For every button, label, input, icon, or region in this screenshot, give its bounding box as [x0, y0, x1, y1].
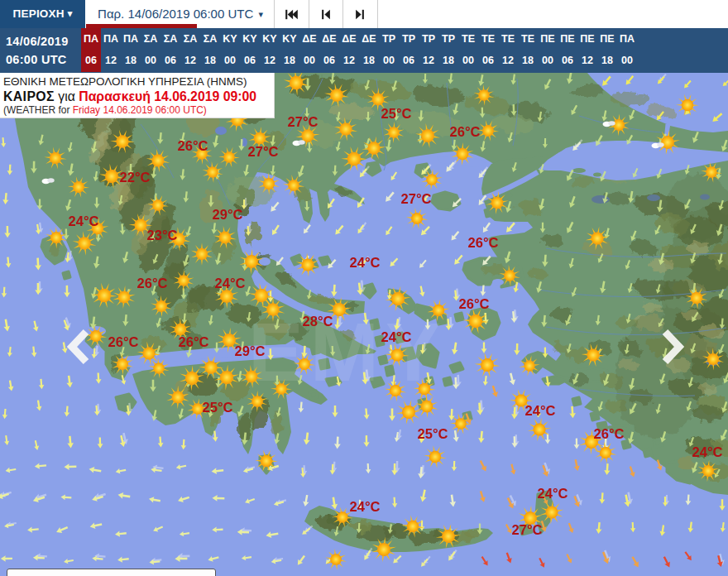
svg-text:27°C: 27°C	[401, 191, 432, 206]
svg-text:27°C: 27°C	[248, 144, 279, 159]
svg-text:24°C: 24°C	[692, 444, 723, 459]
svg-text:27°C: 27°C	[512, 522, 543, 537]
svg-text:24°C: 24°C	[538, 486, 568, 501]
svg-text:26°C: 26°C	[594, 426, 625, 441]
svg-text:25°C: 25°C	[203, 400, 233, 415]
svg-text:29°C: 29°C	[213, 207, 243, 222]
svg-text:27°C: 27°C	[288, 114, 318, 129]
svg-text:29°C: 29°C	[235, 343, 266, 358]
svg-text:24°C: 24°C	[69, 214, 99, 228]
svg-text:24°C: 24°C	[215, 276, 246, 290]
svg-text:26°C: 26°C	[137, 276, 168, 290]
svg-text:23°C: 23°C	[147, 228, 178, 242]
svg-text:26°C: 26°C	[178, 138, 208, 153]
svg-text:24°C: 24°C	[525, 403, 556, 418]
svg-text:26°C: 26°C	[468, 235, 499, 250]
svg-text:24°C: 24°C	[381, 329, 412, 344]
svg-text:26°C: 26°C	[179, 334, 209, 349]
svg-text:26°C: 26°C	[450, 124, 481, 139]
svg-text:28°C: 28°C	[303, 314, 333, 329]
svg-text:25°C: 25°C	[381, 106, 412, 121]
svg-text:24°C: 24°C	[350, 499, 381, 514]
svg-text:24°C: 24°C	[350, 255, 381, 270]
svg-text:26°C: 26°C	[459, 296, 490, 311]
svg-text:26°C: 26°C	[108, 334, 139, 349]
svg-text:22°C: 22°C	[120, 170, 151, 185]
svg-text:25°C: 25°C	[418, 426, 448, 441]
